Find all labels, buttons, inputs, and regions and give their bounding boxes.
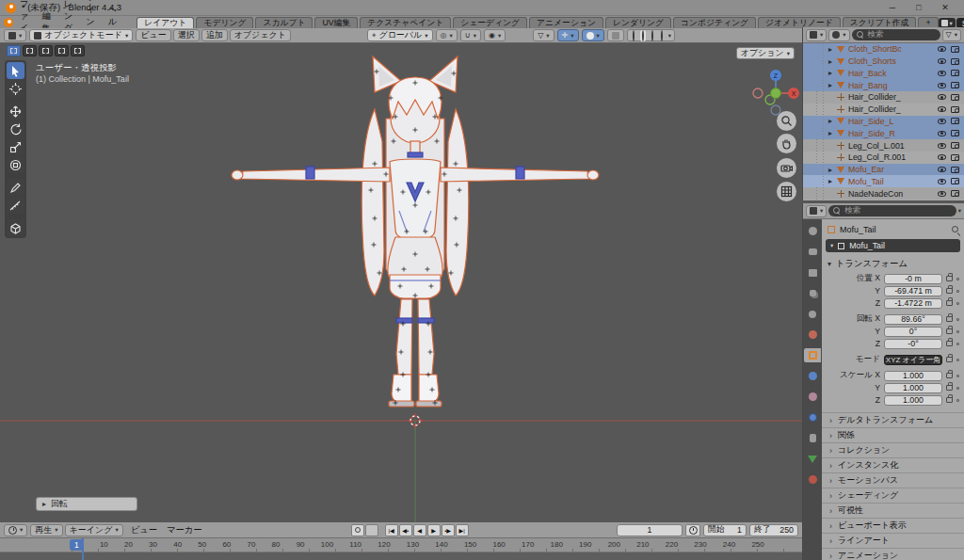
section-header[interactable]: モーションパス (822, 472, 964, 488)
timeline-editor-type-button[interactable]: ▾ (4, 524, 27, 536)
timeline-ruler[interactable]: 1102030405060708090100110120130140150160… (0, 538, 802, 552)
pin-icon[interactable] (952, 226, 958, 232)
outliner-item[interactable]: ▸ Cloth_ShortBc (803, 43, 964, 56)
shading-material[interactable] (650, 30, 655, 41)
blender-menu-icon[interactable] (4, 18, 13, 27)
section-header[interactable]: コレクション (822, 442, 964, 457)
section-header[interactable]: アニメーション (822, 548, 964, 560)
section-header[interactable]: 可視性 (822, 503, 964, 518)
timeline-menu-dropdown[interactable]: 再生▾ (30, 524, 62, 536)
value-field[interactable]: 1.000 (884, 395, 942, 406)
disable-in-renders-camera-icon[interactable] (951, 82, 959, 88)
lock-icon[interactable] (946, 397, 953, 403)
expand-arrow-icon[interactable]: ▸ (828, 45, 837, 54)
section-header[interactable]: ラインアート (822, 533, 964, 548)
shading-wireframe[interactable] (631, 30, 636, 41)
outliner-item[interactable]: ▸ Hair_Side_L (803, 116, 964, 128)
workspace-tab[interactable]: レンダリング (605, 17, 671, 28)
hide-in-viewport-eye-icon[interactable] (938, 143, 946, 149)
animate-dot-icon[interactable] (956, 399, 959, 402)
outliner-filter-button[interactable]: ▽▾ (942, 29, 961, 41)
section-header[interactable]: ビューポート表示 (822, 518, 964, 533)
show-visibility-dropdown[interactable]: ▽▾ (533, 29, 554, 41)
options-button[interactable]: オプション▾ (736, 47, 795, 59)
outliner-item[interactable]: ▸ Hair_Back (803, 68, 964, 80)
orientation-dropdown[interactable]: ⌖グローバル▾ (367, 29, 433, 41)
properties-tab-object[interactable] (804, 348, 821, 362)
move-tool[interactable] (7, 103, 24, 120)
use-preview-range-button[interactable] (685, 524, 700, 536)
transport-button[interactable]: ▶| (456, 524, 469, 536)
operator-panel-rotate[interactable]: 回転 (36, 497, 137, 511)
transport-button[interactable]: |◀ (385, 524, 398, 536)
pivot-point-button[interactable]: ◎▾ (436, 29, 458, 41)
section-header[interactable]: 関係 (822, 427, 964, 442)
expand-arrow-icon[interactable]: ▸ (828, 69, 837, 77)
section-header[interactable]: シェーディング (822, 488, 964, 503)
properties-tab-output[interactable] (804, 265, 821, 280)
properties-tab-tool[interactable] (804, 224, 821, 238)
lock-icon[interactable] (946, 357, 953, 362)
hide-in-viewport-eye-icon[interactable] (938, 191, 946, 197)
scale-tool[interactable] (7, 138, 24, 155)
value-field[interactable]: -69.471 m (884, 286, 942, 296)
snap-magnet-button[interactable]: ∪▾ (460, 29, 481, 41)
transform-section-title[interactable]: トランスフォーム (827, 258, 908, 270)
lock-icon[interactable] (946, 373, 953, 378)
disable-in-renders-camera-icon[interactable] (951, 118, 959, 124)
cursor-tool[interactable] (7, 80, 24, 97)
properties-tab-render[interactable] (804, 245, 821, 259)
shading-solid[interactable] (640, 30, 646, 41)
object-name-bar[interactable]: ▾ Mofu_Tail (826, 239, 960, 252)
hide-in-viewport-eye-icon[interactable] (938, 106, 946, 112)
camera-view-button[interactable] (777, 158, 796, 178)
disable-in-renders-camera-icon[interactable] (951, 130, 959, 136)
orthographic-toggle-button[interactable] (777, 182, 796, 201)
workspace-tab[interactable]: シェーディング (453, 17, 527, 28)
animate-dot-icon[interactable] (956, 302, 959, 305)
select-mode-invert[interactable] (55, 45, 69, 56)
animate-dot-icon[interactable] (956, 278, 959, 280)
viewport-menu-item[interactable]: ビュー (136, 29, 170, 41)
disable-in-renders-camera-icon[interactable] (951, 70, 959, 76)
hide-in-viewport-eye-icon[interactable] (938, 119, 946, 124)
select-box-tool[interactable] (7, 62, 24, 79)
expand-arrow-icon[interactable]: ▸ (828, 117, 837, 125)
show-gizmo-toggle[interactable]: ✛▾ (557, 29, 579, 41)
editor-type-button[interactable]: ▾ (4, 29, 26, 41)
shading-rendered[interactable] (659, 30, 665, 41)
pan-hand-button[interactable] (777, 134, 796, 153)
properties-tab-physics[interactable] (804, 410, 821, 424)
outliner-item[interactable]: ▸ Hair_Collider_ (803, 104, 964, 116)
add-object-tool[interactable] (7, 219, 24, 236)
outliner-display-mode-button[interactable]: ▾ (828, 29, 849, 41)
minimize-button[interactable]: ─ (879, 3, 906, 12)
value-field[interactable]: XYZ オイラー角 (884, 355, 942, 365)
expand-arrow-icon[interactable]: ▸ (828, 81, 837, 89)
maximize-button[interactable]: □ (906, 3, 932, 12)
lock-icon[interactable] (946, 385, 953, 391)
viewport-menu-item[interactable]: オブジェクト (230, 29, 291, 41)
value-field[interactable]: 89.66° (884, 314, 942, 325)
annotate-tool[interactable] (7, 179, 24, 196)
section-header[interactable]: インスタンス化 (822, 457, 964, 472)
properties-tab-constraints[interactable] (804, 431, 821, 445)
workspace-tab[interactable]: アニメーション (529, 17, 603, 28)
outliner-editor-type-button[interactable]: ▾ (806, 29, 827, 41)
hide-in-viewport-eye-icon[interactable] (938, 167, 946, 172)
viewport-3d[interactable]: Z X ユーザー・透視投影 (1) Collection | Mofu_Tail (0, 43, 802, 522)
frame-start-field[interactable]: 開始1 (703, 524, 747, 536)
animate-dot-icon[interactable] (956, 359, 959, 361)
outliner-item[interactable]: ▸ Hair_Side_R (803, 127, 964, 139)
timeline-track-area[interactable] (0, 552, 802, 560)
expand-arrow-icon[interactable]: ▸ (828, 57, 837, 66)
zoom-button[interactable] (777, 111, 796, 131)
hide-in-viewport-eye-icon[interactable] (938, 71, 946, 76)
animate-dot-icon[interactable] (956, 387, 959, 390)
playhead[interactable] (82, 538, 84, 560)
expand-arrow-icon[interactable]: ▸ (828, 177, 837, 185)
outliner-item[interactable]: ▸ Leg_Col_R.001 (803, 152, 964, 164)
transport-button[interactable]: •▶ (442, 524, 455, 536)
properties-tab-material[interactable] (804, 472, 821, 487)
animate-dot-icon[interactable] (956, 375, 959, 377)
